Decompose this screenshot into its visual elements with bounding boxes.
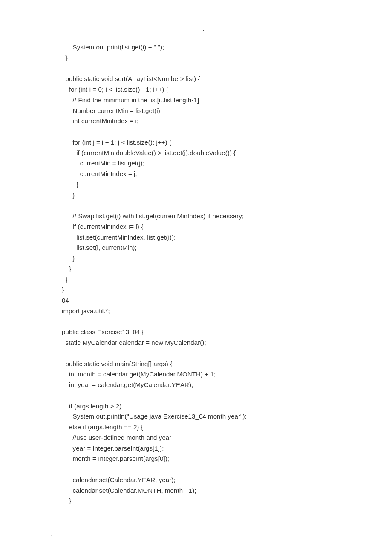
footer-mark: . bbox=[50, 530, 52, 539]
code-content: System.out.print(list.get(i) + " "); } p… bbox=[62, 42, 345, 506]
document-page: . System.out.print(list.get(i) + " "); }… bbox=[0, 0, 392, 523]
header-mark: . bbox=[201, 24, 206, 33]
header-rule: . bbox=[62, 30, 345, 30]
